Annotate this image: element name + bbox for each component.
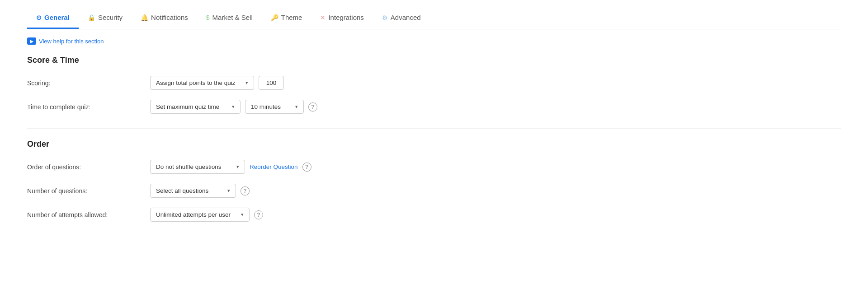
tab-security[interactable]: 🔒 Security bbox=[79, 7, 132, 29]
num-questions-row: Number of questions: Select all question… bbox=[27, 184, 841, 198]
tab-notifications-label: Notifications bbox=[151, 14, 188, 21]
num-questions-label: Number of questions: bbox=[27, 187, 145, 195]
tab-theme[interactable]: 🔑 Theme bbox=[262, 7, 311, 29]
num-attempts-dropdown-label: Unlimited attempts per user bbox=[156, 211, 231, 218]
scoring-chevron-icon: ▾ bbox=[245, 80, 248, 86]
theme-icon: 🔑 bbox=[271, 14, 278, 21]
notifications-icon: 🔔 bbox=[141, 14, 148, 21]
tab-security-label: Security bbox=[98, 14, 123, 21]
advanced-icon: ⚙ bbox=[382, 14, 388, 21]
num-attempts-dropdown[interactable]: Unlimited attempts per user ▾ bbox=[150, 208, 250, 222]
tab-integrations-label: Integrations bbox=[328, 14, 363, 21]
order-heading: Order bbox=[27, 140, 841, 149]
order-chevron-icon: ▾ bbox=[236, 164, 239, 170]
help-link[interactable]: ▶ View help for this section bbox=[27, 37, 841, 45]
tab-advanced[interactable]: ⚙ Advanced bbox=[373, 7, 430, 29]
num-questions-chevron-icon: ▾ bbox=[227, 188, 230, 194]
time-value-chevron-icon: ▾ bbox=[295, 104, 298, 110]
order-questions-controls: Do not shuffle questions ▾ Reorder Quest… bbox=[150, 160, 311, 174]
tab-integrations[interactable]: ✕ Integrations bbox=[311, 7, 373, 29]
tab-market-sell[interactable]: $ Market & Sell bbox=[197, 7, 262, 29]
num-attempts-chevron-icon: ▾ bbox=[241, 212, 244, 218]
order-questions-row: Order of questions: Do not shuffle quest… bbox=[27, 160, 841, 174]
section-divider bbox=[27, 128, 841, 129]
tab-advanced-label: Advanced bbox=[391, 14, 421, 21]
tabs-bar: ⊙ General 🔒 Security 🔔 Notifications $ M… bbox=[27, 0, 841, 29]
help-video-icon: ▶ bbox=[27, 37, 36, 45]
order-questions-label: Order of questions: bbox=[27, 163, 145, 171]
num-questions-dropdown-label: Select all questions bbox=[156, 187, 208, 194]
time-label: Time to complete quiz: bbox=[27, 103, 145, 111]
time-dropdown[interactable]: Set maximum quiz time ▾ bbox=[150, 100, 241, 114]
num-questions-dropdown[interactable]: Select all questions ▾ bbox=[150, 184, 236, 198]
reorder-question-link[interactable]: Reorder Question bbox=[250, 163, 298, 170]
num-attempts-label: Number of attempts allowed: bbox=[27, 211, 145, 219]
order-dropdown-label: Do not shuffle questions bbox=[156, 163, 222, 170]
order-section: Order Order of questions: Do not shuffle… bbox=[27, 140, 841, 222]
num-questions-help-icon[interactable]: ? bbox=[241, 186, 250, 195]
time-dropdown-label: Set maximum quiz time bbox=[156, 103, 219, 110]
num-attempts-help-icon[interactable]: ? bbox=[254, 210, 263, 219]
tab-general-label: General bbox=[44, 14, 70, 21]
num-attempts-row: Number of attempts allowed: Unlimited at… bbox=[27, 208, 841, 222]
tab-theme-label: Theme bbox=[281, 14, 302, 21]
tab-general[interactable]: ⊙ General bbox=[27, 7, 79, 29]
time-help-icon[interactable]: ? bbox=[308, 102, 317, 112]
scoring-value-input[interactable] bbox=[259, 76, 284, 90]
scoring-controls: Assign total points to the quiz ▾ bbox=[150, 76, 284, 90]
time-value-dropdown[interactable]: 10 minutes ▾ bbox=[245, 100, 304, 114]
time-row: Time to complete quiz: Set maximum quiz … bbox=[27, 100, 841, 114]
scoring-dropdown[interactable]: Assign total points to the quiz ▾ bbox=[150, 76, 254, 90]
num-attempts-controls: Unlimited attempts per user ▾ ? bbox=[150, 208, 263, 222]
score-time-section: Score & Time Scoring: Assign total point… bbox=[27, 56, 841, 114]
num-questions-controls: Select all questions ▾ ? bbox=[150, 184, 250, 198]
time-controls: Set maximum quiz time ▾ 10 minutes ▾ ? bbox=[150, 100, 317, 114]
general-icon: ⊙ bbox=[36, 14, 42, 21]
help-link-text: View help for this section bbox=[39, 38, 104, 45]
scoring-label: Scoring: bbox=[27, 79, 145, 87]
scoring-dropdown-label: Assign total points to the quiz bbox=[156, 79, 236, 86]
security-icon: 🔒 bbox=[88, 14, 95, 21]
time-value-label: 10 minutes bbox=[251, 103, 281, 110]
market-icon: $ bbox=[206, 14, 210, 21]
time-chevron-icon: ▾ bbox=[232, 104, 235, 110]
score-time-heading: Score & Time bbox=[27, 56, 841, 65]
tab-market-sell-label: Market & Sell bbox=[212, 14, 253, 21]
page-container: ⊙ General 🔒 Security 🔔 Notifications $ M… bbox=[0, 0, 868, 307]
integrations-icon: ✕ bbox=[320, 14, 326, 21]
order-questions-dropdown[interactable]: Do not shuffle questions ▾ bbox=[150, 160, 245, 174]
tab-notifications[interactable]: 🔔 Notifications bbox=[132, 7, 197, 29]
order-help-icon[interactable]: ? bbox=[302, 163, 311, 172]
scoring-row: Scoring: Assign total points to the quiz… bbox=[27, 76, 841, 90]
